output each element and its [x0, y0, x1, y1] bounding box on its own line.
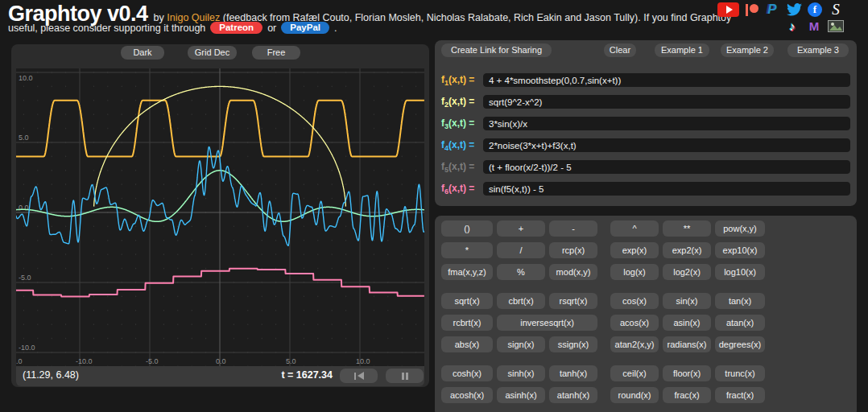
- formula-label-f5[interactable]: f5(x,t) =: [441, 161, 483, 174]
- fn-button-rcbrtx[interactable]: rcbrt(x): [441, 315, 493, 331]
- support-or: or: [267, 23, 276, 34]
- fn-button-signx[interactable]: sign(x): [497, 336, 545, 352]
- graph-canvas[interactable]: 10.05.00.0-5.0-10.0-15.0-10.0-5.00.05.01…: [16, 68, 424, 366]
- fn-button-rcpx[interactable]: rcp(x): [549, 242, 597, 258]
- y-tick-label: 5.0: [19, 134, 29, 142]
- x-tick-label: 10.0: [356, 357, 370, 365]
- fn-button-[interactable]: ^: [610, 220, 659, 237]
- fn-button-asinhx[interactable]: asinh(x): [497, 387, 545, 403]
- graph-mode-button-free[interactable]: Free: [252, 46, 300, 60]
- toolbar-button-clear[interactable]: Clear: [604, 43, 636, 57]
- graph-panel: DarkGrid DecFree 10.05.00.0-5.0-10.0-15.…: [11, 44, 429, 387]
- x-tick-label: -15.0: [16, 357, 23, 365]
- facebook-icon[interactable]: f: [808, 2, 822, 17]
- fn-button-log10x[interactable]: log10(x): [715, 264, 765, 280]
- tiktok-icon[interactable]: ♪: [784, 19, 800, 33]
- fn-button-truncx[interactable]: trunc(x): [715, 365, 765, 381]
- fn-button-cbrtx[interactable]: cbrt(x): [497, 293, 545, 309]
- x-tick-label: 5.0: [286, 357, 296, 365]
- pause-button[interactable]: [386, 369, 424, 383]
- formula-label-f3[interactable]: f3(x,t) =: [441, 117, 483, 130]
- mastodon-icon[interactable]: M: [806, 19, 822, 33]
- fn-button-tanx[interactable]: tan(x): [715, 293, 765, 309]
- fn-button-[interactable]: **: [663, 220, 711, 237]
- fn-button-logx[interactable]: log(x): [610, 264, 659, 280]
- formula-panel: Create Link for SharingClearExample 1Exa…: [435, 40, 857, 206]
- fn-button-degreesx[interactable]: degrees(x): [715, 336, 765, 352]
- fn-button-cosx[interactable]: cos(x): [610, 293, 659, 309]
- fn-button-[interactable]: /: [497, 242, 545, 258]
- formula-label-f2[interactable]: f2(x,t) =: [441, 96, 483, 109]
- fn-button-atanhx[interactable]: atanh(x): [549, 387, 597, 403]
- paypal-icon[interactable]: P: [764, 2, 780, 17]
- formula-input-f6[interactable]: [483, 182, 850, 196]
- fn-button-sinhx[interactable]: sinh(x): [497, 365, 545, 381]
- fn-button-rsqrtx[interactable]: rsqrt(x): [549, 293, 597, 309]
- fn-button-atanx[interactable]: atan(x): [715, 315, 765, 331]
- fn-button-radiansx[interactable]: radians(x): [663, 336, 711, 352]
- patreon-button[interactable]: Patreon: [210, 22, 262, 34]
- formula-input-f2[interactable]: [483, 95, 850, 109]
- youtube-icon[interactable]: [717, 2, 739, 17]
- formula-input-f4[interactable]: [483, 138, 850, 152]
- formula-input-f3[interactable]: [483, 117, 850, 130]
- fn-button-fracx[interactable]: frac(x): [663, 387, 711, 403]
- fn-button-sinx[interactable]: sin(x): [663, 293, 711, 309]
- fn-button-[interactable]: +: [497, 220, 545, 237]
- toolbar-button-example-3[interactable]: Example 3: [787, 43, 849, 57]
- fn-button-[interactable]: *: [441, 242, 493, 258]
- fn-button-floorx[interactable]: floor(x): [663, 365, 711, 381]
- x-tick-label: -10.0: [76, 357, 93, 365]
- social-icons: PfS♪M: [717, 2, 844, 33]
- graph-mode-button-dark[interactable]: Dark: [121, 46, 164, 60]
- reset-time-button[interactable]: [340, 369, 378, 383]
- fn-button-[interactable]: -: [549, 220, 597, 237]
- fn-button-sqrtx[interactable]: sqrt(x): [441, 293, 493, 309]
- toolbar-button-example-2[interactable]: Example 2: [721, 43, 774, 57]
- fn-button-modxy[interactable]: mod(x,y): [549, 264, 597, 280]
- paypal-button[interactable]: PayPal: [281, 22, 329, 34]
- patreon-icon[interactable]: [745, 2, 758, 17]
- fn-button-exp10x[interactable]: exp10(x): [715, 242, 765, 258]
- x-tick-label: -5.0: [146, 357, 159, 365]
- twitter-icon[interactable]: [786, 2, 802, 17]
- graph-statusbar: (11.29, 6.48) t = 1627.34: [16, 366, 424, 386]
- formula-label-f4[interactable]: f4(x,t) =: [441, 139, 483, 152]
- y-tick-label: -10.0: [19, 344, 35, 352]
- fn-button-fmaxyz[interactable]: fma(x,y,z): [441, 264, 493, 280]
- fn-button-expx[interactable]: exp(x): [610, 242, 659, 258]
- formula-label-f6[interactable]: f6(x,t) =: [441, 183, 483, 196]
- graph-mode-button-grid-dec[interactable]: Grid Dec: [188, 46, 237, 60]
- fn-button-powxy[interactable]: pow(x,y): [715, 220, 765, 237]
- y-tick-label: 0.0: [19, 204, 29, 212]
- formula-label-f1[interactable]: f1(x,t) =: [441, 74, 483, 87]
- fn-button-ceilx[interactable]: ceil(x): [610, 365, 659, 381]
- fn-button-acosx[interactable]: acos(x): [610, 315, 659, 331]
- formula-input-f5[interactable]: [483, 160, 850, 174]
- skip-back-icon: [354, 373, 356, 380]
- fn-button-roundx[interactable]: round(x): [610, 387, 659, 403]
- fn-button-[interactable]: %: [497, 264, 545, 280]
- fn-button-acoshx[interactable]: acosh(x): [441, 387, 493, 403]
- screenshot-icon[interactable]: [828, 19, 844, 33]
- fn-button-asinx[interactable]: asin(x): [663, 315, 711, 331]
- fn-button-inversesqrtx[interactable]: inversesqrt(x): [497, 315, 597, 331]
- fn-button-ssignx[interactable]: ssign(x): [549, 336, 597, 352]
- pause-icon: [402, 373, 404, 380]
- formula-input-f1[interactable]: [483, 73, 850, 87]
- fn-button-exp2x[interactable]: exp2(x): [663, 242, 711, 258]
- fn-button-atan2xy[interactable]: atan2(x,y): [610, 336, 659, 352]
- fn-button-fractx[interactable]: fract(x): [715, 387, 765, 403]
- fn-button-log2x[interactable]: log2(x): [663, 264, 711, 280]
- fn-button-coshx[interactable]: cosh(x): [441, 365, 493, 381]
- fn-button-absx[interactable]: abs(x): [441, 336, 493, 352]
- cursor-coordinates: (11.29, 6.48): [23, 369, 79, 381]
- time-display: t = 1627.34: [278, 369, 333, 381]
- shadertoy-icon[interactable]: S: [828, 2, 844, 17]
- fn-button-tanhx[interactable]: tanh(x): [549, 365, 597, 381]
- toolbar-button-example-1[interactable]: Example 1: [655, 43, 709, 57]
- function-grid-panel: ()+-^**pow(x,y)*/rcp(x)exp(x)exp2(x)exp1…: [435, 216, 857, 412]
- x-tick-label: 0.0: [216, 357, 226, 365]
- toolbar-button-create-link-for-sharing[interactable]: Create Link for Sharing: [441, 43, 552, 57]
- fn-button-[interactable]: (): [441, 220, 493, 237]
